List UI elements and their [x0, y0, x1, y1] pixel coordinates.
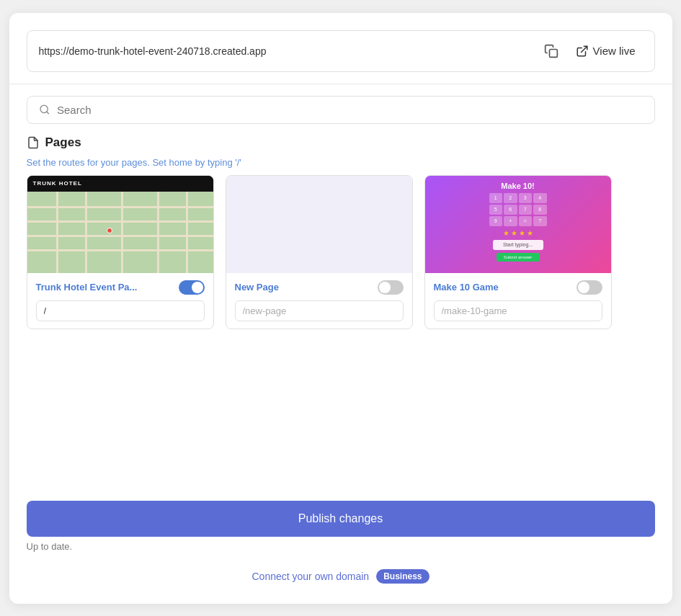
- make10-stars: ★ ★ ★ ★: [503, 229, 533, 237]
- svg-rect-0: [549, 49, 557, 57]
- svg-line-1: [581, 46, 587, 52]
- make10-cell: 8: [533, 205, 547, 215]
- page-card-new: New Page: [226, 175, 413, 329]
- cards-scroll-wrapper: TRUNK HOTEL: [27, 175, 655, 489]
- footer-row: Connect your own domain Business: [27, 563, 655, 586]
- toggle-trunk[interactable]: [179, 280, 205, 295]
- make10-cell: 5: [489, 205, 503, 215]
- map-road: [186, 192, 188, 273]
- copy-icon: [544, 44, 558, 58]
- trunk-map: [27, 192, 213, 273]
- make10-preview: Make 10! 1 2 3 4 5 6 7 8 9: [425, 176, 611, 273]
- pages-title: Pages: [45, 135, 81, 150]
- toggle-new[interactable]: [378, 280, 404, 295]
- map-road: [56, 192, 58, 273]
- route-input-new[interactable]: [235, 300, 404, 321]
- card-name-row-make10: Make 10 Game: [434, 280, 602, 295]
- trunk-hotel-preview: TRUNK HOTEL: [27, 176, 213, 273]
- make10-cell: 6: [504, 205, 517, 215]
- make10-cell: 3: [519, 193, 533, 203]
- up-to-date-status: Up to date.: [27, 541, 655, 552]
- card-footer-trunk: Trunk Hotel Event Pa...: [27, 273, 213, 329]
- map-pin: [107, 228, 112, 233]
- star-icon: ★: [527, 229, 533, 237]
- make10-cell: ?: [533, 216, 547, 226]
- card-footer-make10: Make 10 Game: [425, 273, 611, 329]
- divider: [9, 84, 672, 84]
- search-input[interactable]: [57, 104, 642, 116]
- make10-game-title: Make 10!: [501, 182, 534, 190]
- map-road: [157, 192, 159, 273]
- make10-input-area: Start typing...: [493, 240, 543, 250]
- make10-cell: 1: [489, 193, 503, 203]
- view-live-button[interactable]: View live: [569, 40, 643, 62]
- pages-subtitle: Set the routes for your pages. Set home …: [27, 157, 655, 168]
- make10-cell: =: [519, 216, 533, 226]
- card-name-row-trunk: Trunk Hotel Event Pa...: [36, 280, 205, 295]
- connect-domain-link[interactable]: Connect your own domain: [252, 571, 369, 582]
- make10-submit-btn: Submit answer: [497, 253, 540, 262]
- page-card-make10: Make 10! 1 2 3 4 5 6 7 8 9: [424, 175, 612, 329]
- page-card-trunk: TRUNK HOTEL: [27, 175, 214, 329]
- route-input-make10[interactable]: [434, 300, 602, 321]
- route-input-trunk[interactable]: [36, 300, 205, 321]
- card-footer-new: New Page: [226, 273, 412, 329]
- star-icon: ★: [503, 229, 509, 237]
- external-link-icon: [576, 45, 589, 58]
- url-actions: View live: [540, 40, 643, 63]
- cards-container: TRUNK HOTEL: [27, 175, 655, 332]
- map-road: [121, 192, 123, 273]
- toggle-make10[interactable]: [577, 280, 602, 295]
- make10-cell: +: [504, 216, 517, 226]
- copy-url-button[interactable]: [540, 40, 563, 63]
- make10-grid: 1 2 3 4 5 6 7 8 9 + = ?: [489, 193, 547, 226]
- pages-icon: [27, 136, 40, 149]
- url-display: https://demo-trunk-hotel-event-240718.cr…: [39, 45, 531, 57]
- card-name-row-new: New Page: [235, 280, 404, 295]
- make10-cell: 2: [504, 193, 517, 203]
- star-icon: ★: [511, 229, 517, 237]
- make10-cell: 9: [489, 216, 503, 226]
- pages-header: Pages: [27, 135, 655, 150]
- card-name-make10: Make 10 Game: [434, 282, 499, 293]
- search-bar: [27, 96, 655, 124]
- url-bar: https://demo-trunk-hotel-event-240718.cr…: [27, 30, 655, 72]
- card-thumbnail-make10: Make 10! 1 2 3 4 5 6 7 8 9: [425, 176, 611, 273]
- search-icon: [39, 104, 50, 115]
- svg-line-3: [46, 112, 48, 114]
- pages-section: Pages Set the routes for your pages. Set…: [27, 135, 655, 489]
- publish-button[interactable]: Publish changes: [27, 501, 655, 537]
- card-thumbnail-trunk: TRUNK HOTEL: [27, 176, 213, 273]
- star-icon: ★: [519, 229, 525, 237]
- publish-section: Publish changes Up to date.: [27, 501, 655, 552]
- card-name-new: New Page: [235, 282, 279, 293]
- make10-cell: 4: [533, 193, 547, 203]
- map-road: [85, 192, 87, 273]
- main-panel: https://demo-trunk-hotel-event-240718.cr…: [9, 13, 672, 604]
- card-name-trunk: Trunk Hotel Event Pa...: [36, 282, 138, 293]
- business-badge: Business: [376, 569, 429, 584]
- make10-cell: 7: [519, 205, 533, 215]
- trunk-header-text: TRUNK HOTEL: [33, 180, 82, 187]
- trunk-header-bar: TRUNK HOTEL: [27, 176, 213, 192]
- card-thumbnail-new: [226, 176, 412, 273]
